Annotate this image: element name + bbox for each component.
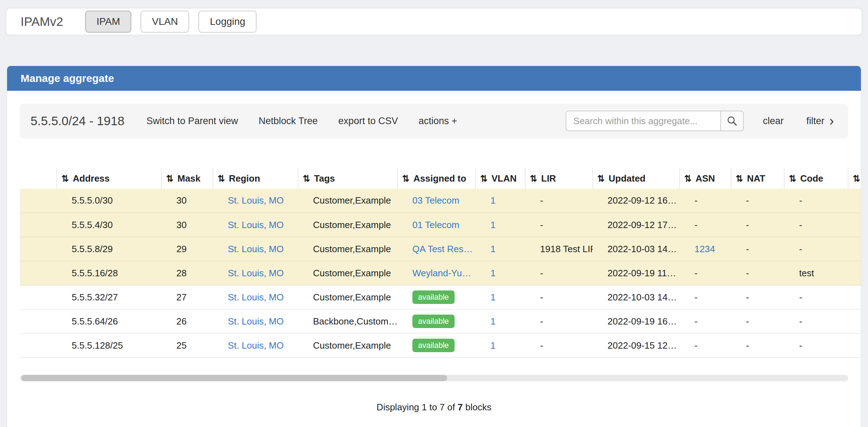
vlan-link[interactable]: 1 <box>490 340 495 351</box>
sort-icon: ⇅ <box>530 173 541 184</box>
assigned-to-link[interactable]: QA Test Res… <box>412 244 473 254</box>
netblock-table: ⇅Address⇅Mask⇅Region⇅Tags⇅Assigned to⇅VL… <box>20 168 861 358</box>
cell-nat: - <box>731 333 784 357</box>
cell-asn: 1234 <box>680 237 731 261</box>
column-label: Region <box>229 173 260 184</box>
vlan-link[interactable]: 1 <box>490 268 495 278</box>
cell-updated: 2022-09-19 16… <box>593 309 680 333</box>
region-link[interactable]: St. Louis, MO <box>228 292 284 303</box>
cell-address: 5.5.5.32/27 <box>57 285 161 309</box>
column-header-updated[interactable]: ⇅Updated <box>593 168 680 189</box>
cell-asn: - <box>680 285 731 309</box>
assigned-to-link[interactable]: 03 Telecom <box>412 195 460 206</box>
available-badge[interactable]: available <box>412 315 455 328</box>
vlan-link[interactable]: 1 <box>490 316 495 327</box>
cell-mask: 28 <box>161 261 213 285</box>
switch-parent-view-link[interactable]: Switch to Parent view <box>147 116 238 127</box>
clear-link[interactable]: clear <box>763 116 784 127</box>
panel-header: Manage aggregate <box>7 66 861 91</box>
cell-address: 5.5.5.128/25 <box>57 333 161 357</box>
table-row[interactable]: 5.5.5.128/2525St. Louis, MOCustomer,Exam… <box>20 333 861 357</box>
cell-lir: - <box>525 333 593 357</box>
table-row[interactable]: 5.5.5.64/2626St. Louis, MOBackbone,Custo… <box>20 309 861 333</box>
tab-ipam[interactable]: IPAM <box>85 11 131 33</box>
cell-partial <box>848 333 861 357</box>
cell-address: 5.5.5.0/30 <box>57 189 161 213</box>
region-link[interactable]: St. Louis, MO <box>228 244 284 254</box>
cell-vlan: 1 <box>476 333 525 357</box>
cell-assigned: 01 Telecom <box>397 213 476 237</box>
cell-partial <box>848 261 861 285</box>
table-row[interactable]: 5.5.5.32/2727St. Louis, MOCustomer,Examp… <box>20 285 861 309</box>
table-row[interactable]: 5.5.5.8/2929St. Louis, MOCustomer,Exampl… <box>20 237 861 261</box>
cell-mask: 29 <box>161 237 213 261</box>
column-header-address[interactable]: ⇅Address <box>57 168 161 189</box>
search-icon <box>726 115 738 127</box>
horizontal-scrollbar-track[interactable] <box>20 375 848 381</box>
cell-lir: - <box>525 189 593 213</box>
cell-nat: - <box>731 261 784 285</box>
cell-tags: Customer,Example <box>298 285 397 309</box>
actions-dropdown[interactable]: actions + <box>418 116 457 127</box>
cell-updated: 2022-09-19 11… <box>593 261 680 285</box>
available-badge[interactable]: available <box>412 339 455 352</box>
export-csv-link[interactable]: export to CSV <box>338 116 398 127</box>
column-header-mask[interactable]: ⇅Mask <box>161 168 213 189</box>
cell-mask: 26 <box>161 309 213 333</box>
sort-icon: ⇅ <box>597 173 609 184</box>
vlan-link[interactable]: 1 <box>490 195 495 206</box>
cell-code: - <box>784 237 848 261</box>
sort-icon: ⇅ <box>402 173 413 184</box>
table-row[interactable]: 5.5.5.16/2828St. Louis, MOCustomer,Examp… <box>20 261 861 285</box>
filter-link[interactable]: filter › <box>806 114 834 128</box>
cell-select <box>20 213 57 237</box>
table-row[interactable]: 5.5.5.0/3030St. Louis, MOCustomer,Exampl… <box>20 189 861 213</box>
cell-asn: - <box>680 189 731 213</box>
cell-vlan: 1 <box>476 189 525 213</box>
assigned-to-link[interactable]: 01 Telecom <box>412 220 460 230</box>
available-badge[interactable]: available <box>412 290 455 304</box>
netblock-tree-link[interactable]: Netblock Tree <box>259 116 318 127</box>
column-header-code[interactable]: ⇅Code <box>784 168 848 189</box>
pagination-total: 7 <box>457 402 462 412</box>
cell-lir: 1918 Test LIR <box>525 237 593 261</box>
pagination-suffix: blocks <box>465 402 491 412</box>
tab-vlan[interactable]: VLAN <box>141 11 189 33</box>
column-header-asn[interactable]: ⇅ASN <box>680 168 731 189</box>
cell-select <box>20 237 57 261</box>
region-link[interactable]: St. Louis, MO <box>228 220 284 230</box>
page-title: Manage aggregate <box>21 72 114 84</box>
vlan-link[interactable]: 1 <box>490 292 495 303</box>
column-header-vlan[interactable]: ⇅VLAN <box>476 168 525 189</box>
cell-address: 5.5.5.4/30 <box>57 213 161 237</box>
region-link[interactable]: St. Louis, MO <box>228 268 284 278</box>
cell-region: St. Louis, MO <box>213 213 298 237</box>
cell-updated: 2022-09-12 16… <box>593 189 680 213</box>
column-header-assigned-to[interactable]: ⇅Assigned to <box>397 168 476 189</box>
search-button[interactable] <box>720 111 744 131</box>
cell-nat: - <box>731 213 784 237</box>
vlan-link[interactable]: 1 <box>490 244 495 254</box>
column-label: Tags <box>314 173 335 184</box>
column-header-tags[interactable]: ⇅Tags <box>298 168 397 189</box>
column-label: NAT <box>747 173 765 184</box>
column-header-lir[interactable]: ⇅LIR <box>525 168 593 189</box>
column-header-nat[interactable]: ⇅NAT <box>731 168 784 189</box>
asn-link[interactable]: 1234 <box>694 244 715 254</box>
assigned-to-link[interactable]: Weyland-Yu… <box>412 268 471 278</box>
column-header-partial[interactable]: ⇅ <box>848 168 861 189</box>
region-link[interactable]: St. Louis, MO <box>228 340 284 351</box>
vlan-link[interactable]: 1 <box>490 220 495 230</box>
search-input[interactable] <box>566 111 721 131</box>
horizontal-scrollbar-thumb[interactable] <box>21 375 447 381</box>
table-row[interactable]: 5.5.5.4/3030St. Louis, MOCustomer,Exampl… <box>20 213 861 237</box>
column-header-region[interactable]: ⇅Region <box>213 168 298 189</box>
tab-logging[interactable]: Logging <box>198 11 257 33</box>
region-link[interactable]: St. Louis, MO <box>228 316 284 327</box>
cell-address: 5.5.5.16/28 <box>57 261 161 285</box>
region-link[interactable]: St. Louis, MO <box>228 195 284 206</box>
cell-region: St. Louis, MO <box>213 285 298 309</box>
manage-aggregate-panel: Manage aggregate 5.5.5.0/24 - 1918 Switc… <box>7 66 861 427</box>
filter-label: filter <box>806 116 824 127</box>
cell-assigned: QA Test Res… <box>397 237 476 261</box>
